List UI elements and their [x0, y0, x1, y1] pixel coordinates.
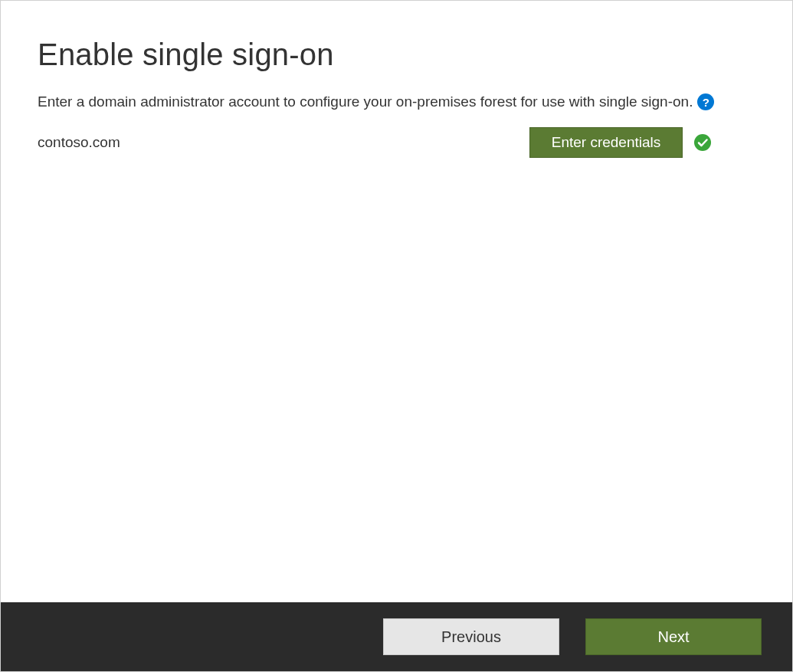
- enter-credentials-button[interactable]: Enter credentials: [529, 127, 683, 158]
- footer: Previous Next: [1, 602, 792, 671]
- main-content: Enable single sign-on Enter a domain adm…: [1, 1, 792, 602]
- page-title: Enable single sign-on: [38, 38, 755, 72]
- credentials-group: Enter credentials: [529, 127, 712, 158]
- checkmark-icon: [693, 133, 712, 152]
- domain-name: contoso.com: [38, 134, 120, 151]
- domain-row: contoso.com Enter credentials: [38, 127, 712, 158]
- description-text: Enter a domain administrator account to …: [38, 93, 693, 110]
- svg-point-0: [694, 134, 711, 151]
- previous-button[interactable]: Previous: [383, 618, 559, 655]
- help-icon[interactable]: ?: [697, 93, 714, 110]
- description-row: Enter a domain administrator account to …: [38, 93, 755, 110]
- next-button[interactable]: Next: [585, 618, 762, 655]
